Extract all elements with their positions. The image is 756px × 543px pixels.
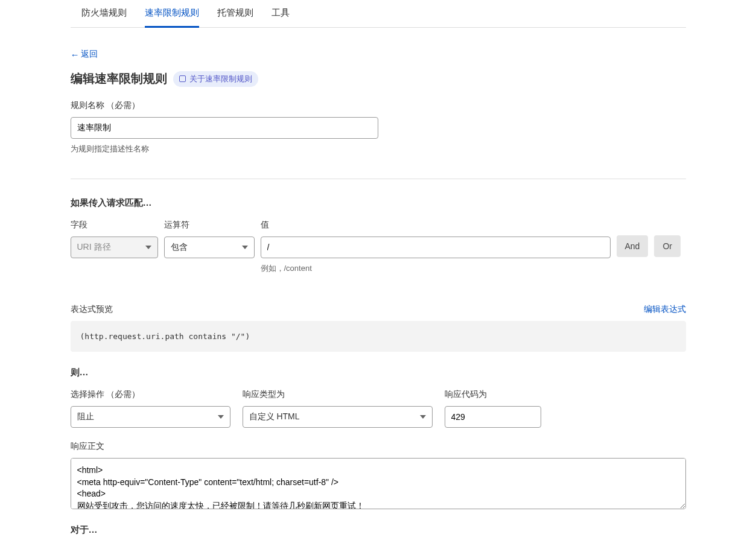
action-select-value: 阻止 <box>77 411 94 421</box>
page-title: 编辑速率限制规则 <box>71 71 167 87</box>
rule-name-label: 规则名称 （必需） <box>71 100 686 111</box>
nav-tabs: 防火墙规则 速率限制规则 托管规则 工具 <box>71 0 686 28</box>
response-body-textarea[interactable] <box>71 458 686 509</box>
response-type-label: 响应类型为 <box>243 389 433 400</box>
or-button[interactable]: Or <box>654 235 681 257</box>
response-code-label: 响应代码为 <box>445 389 541 400</box>
arrow-left-icon: ← <box>71 49 80 60</box>
match-section-title: 如果传入请求匹配… <box>71 197 686 209</box>
action-select[interactable]: 阻止 <box>71 406 230 428</box>
back-label: 返回 <box>81 49 98 60</box>
response-code-input[interactable] <box>445 406 541 428</box>
value-input[interactable] <box>261 237 611 258</box>
tab-ratelimit[interactable]: 速率限制规则 <box>145 0 199 28</box>
then-section-title: 则… <box>71 367 686 378</box>
for-section-title: 对于… <box>71 524 686 536</box>
divider <box>71 179 686 179</box>
value-hint: 例如，/content <box>261 263 611 274</box>
operator-select-value: 包含 <box>171 242 188 252</box>
back-link[interactable]: ← 返回 <box>71 49 98 60</box>
chevron-down-icon <box>145 246 151 249</box>
operator-select[interactable]: 包含 <box>164 237 255 258</box>
expression-preview-label: 表达式预览 <box>71 304 113 315</box>
action-label: 选择操作 （必需） <box>71 389 230 400</box>
spacer <box>617 220 681 229</box>
tab-tools[interactable]: 工具 <box>272 0 290 27</box>
about-rules-label: 关于速率限制规则 <box>189 74 252 84</box>
tab-managed[interactable]: 托管规则 <box>217 0 253 27</box>
chevron-down-icon <box>242 246 248 249</box>
chevron-down-icon <box>420 415 426 419</box>
tab-firewall[interactable]: 防火墙规则 <box>81 0 127 27</box>
about-rules-badge[interactable]: 关于速率限制规则 <box>173 71 258 87</box>
response-body-label: 响应正文 <box>71 441 686 452</box>
field-select[interactable]: URI 路径 <box>71 237 158 258</box>
response-type-value: 自定义 HTML <box>249 411 300 421</box>
chevron-down-icon <box>218 415 224 419</box>
rule-name-input[interactable] <box>71 117 378 139</box>
book-icon <box>179 75 186 82</box>
response-type-select[interactable]: 自定义 HTML <box>243 406 433 428</box>
expression-preview-box: (http.request.uri.path contains "/") <box>71 321 686 352</box>
rule-name-hint: 为规则指定描述性名称 <box>71 144 686 154</box>
operator-label: 运算符 <box>164 220 255 230</box>
value-label: 值 <box>261 220 611 230</box>
field-select-value: URI 路径 <box>77 242 111 252</box>
field-label: 字段 <box>71 220 158 230</box>
and-button[interactable]: And <box>617 235 649 257</box>
edit-expression-link[interactable]: 编辑表达式 <box>644 304 686 315</box>
